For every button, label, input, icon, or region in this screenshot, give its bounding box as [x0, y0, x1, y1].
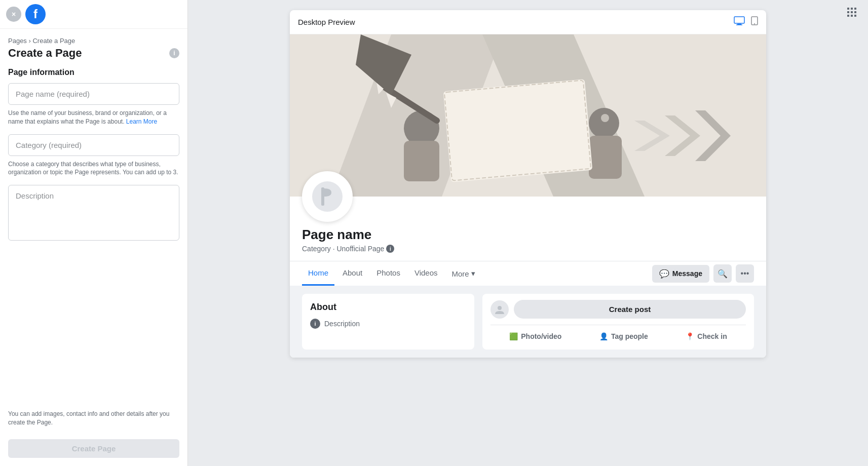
about-description-label: Description — [324, 320, 360, 328]
page-nav: Home About Photos Videos More ▾ 💬 Messag… — [290, 261, 766, 286]
messenger-icon: 💬 — [659, 269, 669, 279]
nav-actions: 💬 Message 🔍 ••• — [652, 264, 754, 283]
profile-category: Category · Unofficial Page i — [302, 245, 754, 253]
page-info-icon[interactable]: i — [169, 48, 179, 58]
learn-more-link[interactable]: Learn More — [126, 118, 157, 125]
grid-icon[interactable] — [846, 6, 858, 20]
tag-people-label: Tag people — [611, 332, 648, 340]
preview-title: Desktop Preview — [298, 18, 355, 26]
section-label: Page information — [0, 68, 187, 83]
facebook-logo: f — [25, 4, 46, 24]
ellipsis-icon: ••• — [741, 269, 749, 278]
svg-rect-1 — [851, 8, 853, 10]
about-desc-row: i Description — [310, 319, 466, 329]
category-info-icon: i — [386, 245, 394, 253]
create-page-button[interactable]: Create Page — [8, 439, 179, 458]
message-label: Message — [672, 269, 702, 278]
desktop-view-icon[interactable] — [734, 16, 745, 28]
nav-tab-home[interactable]: Home — [302, 261, 334, 286]
profile-avatar — [302, 171, 353, 222]
search-button[interactable]: 🔍 — [713, 264, 732, 283]
svg-point-13 — [754, 23, 755, 24]
create-post-box: Create post 🟩 Photo/video 👤 Tag people — [482, 294, 754, 350]
svg-rect-4 — [851, 11, 853, 13]
svg-point-21 — [589, 108, 619, 138]
nav-tab-about[interactable]: About — [336, 261, 368, 286]
svg-rect-34 — [498, 306, 502, 310]
svg-rect-5 — [854, 11, 856, 13]
photo-video-button[interactable]: 🟩 Photo/video — [503, 329, 568, 343]
more-label: More — [452, 269, 469, 278]
search-icon: 🔍 — [718, 269, 728, 279]
preview-device-icons — [734, 16, 758, 28]
svg-point-22 — [601, 114, 609, 122]
description-input[interactable] — [8, 185, 179, 241]
svg-rect-9 — [734, 17, 744, 23]
cover-photo — [290, 34, 766, 197]
page-title-row: Create a Page i — [0, 47, 187, 68]
nav-tabs: Home About Photos Videos More ▾ — [302, 261, 481, 286]
svg-rect-0 — [847, 8, 849, 10]
left-panel: × f Pages › Create a Page Create a Page … — [0, 0, 188, 466]
form-area: Use the name of your business, brand or … — [0, 83, 187, 402]
profile-name: Page name — [302, 227, 754, 243]
right-panel: Desktop Preview — [188, 0, 868, 466]
post-actions: 🟩 Photo/video 👤 Tag people 📍 Check in — [490, 325, 746, 343]
photo-icon: 🟩 — [509, 332, 518, 340]
top-bar: × f — [0, 0, 187, 29]
nav-tab-photos[interactable]: Photos — [370, 261, 406, 286]
svg-rect-24 — [443, 79, 593, 182]
category-input[interactable] — [8, 134, 179, 156]
breadcrumb-current: Create a Page — [32, 37, 75, 45]
svg-rect-32 — [321, 187, 324, 206]
right-content: Create post 🟩 Photo/video 👤 Tag people — [482, 294, 754, 350]
page-name-helper: Use the name of your business, brand or … — [8, 109, 179, 126]
photo-video-label: Photo/video — [521, 332, 561, 340]
svg-rect-2 — [854, 8, 856, 10]
preview-header: Desktop Preview — [290, 10, 766, 34]
page-title: Create a Page — [8, 47, 82, 60]
content-area: About i Description — [290, 286, 766, 358]
about-card-title: About — [310, 302, 466, 313]
close-button[interactable]: × — [6, 7, 21, 22]
create-post-row: Create post — [490, 300, 746, 319]
svg-rect-8 — [854, 15, 856, 17]
tablet-view-icon[interactable] — [751, 16, 758, 28]
breadcrumb-pages: Pages — [8, 37, 27, 45]
breadcrumb: Pages › Create a Page — [0, 29, 187, 47]
profile-info: Page name Category · Unofficial Page i — [302, 197, 754, 253]
message-button[interactable]: 💬 Message — [652, 265, 709, 283]
category-text: Category · Unofficial Page — [302, 245, 384, 253]
flag-icon-container — [307, 176, 348, 217]
check-in-label: Check in — [697, 332, 727, 340]
svg-rect-7 — [851, 15, 853, 17]
create-post-button[interactable]: Create post — [514, 300, 746, 319]
preview-scroll[interactable]: Page name Category · Unofficial Page i H… — [290, 34, 766, 358]
svg-rect-31 — [312, 181, 343, 212]
profile-section: Page name Category · Unofficial Page i — [290, 197, 766, 261]
nav-tab-more[interactable]: More ▾ — [446, 261, 481, 286]
svg-rect-3 — [847, 11, 849, 13]
svg-rect-23 — [589, 136, 622, 179]
svg-rect-6 — [847, 15, 849, 17]
more-options-button[interactable]: ••• — [736, 264, 754, 283]
post-avatar — [490, 300, 509, 319]
checkin-icon: 📍 — [686, 332, 694, 340]
nav-tab-videos[interactable]: Videos — [408, 261, 444, 286]
page-name-input[interactable] — [8, 83, 179, 105]
tag-people-button[interactable]: 👤 Tag people — [593, 329, 654, 343]
bottom-note: You can add images, contact info and oth… — [0, 402, 187, 435]
category-helper: Choose a category that describes what ty… — [8, 160, 179, 177]
check-in-button[interactable]: 📍 Check in — [680, 329, 733, 343]
about-card: About i Description — [302, 294, 474, 350]
svg-rect-18 — [404, 141, 439, 181]
people-icon: 👤 — [599, 332, 608, 340]
preview-card: Desktop Preview — [290, 10, 766, 358]
more-chevron-icon: ▾ — [471, 269, 475, 278]
about-info-icon: i — [310, 319, 320, 329]
